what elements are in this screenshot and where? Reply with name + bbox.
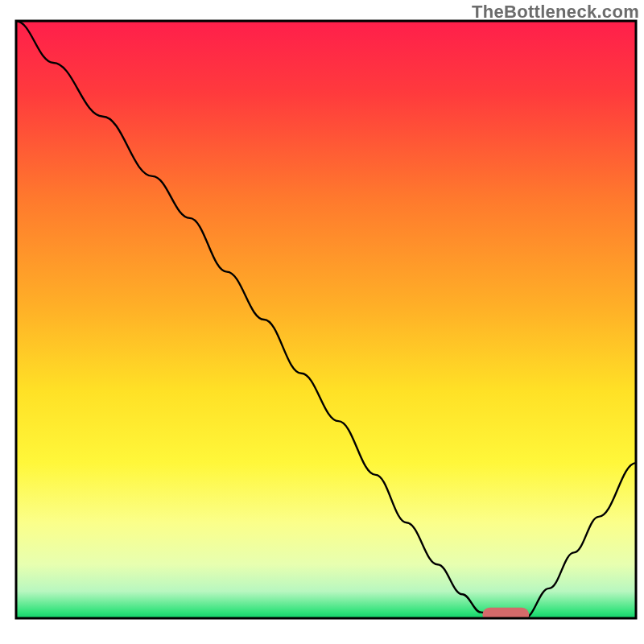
- optimal-range-marker: [482, 608, 529, 622]
- watermark-text: TheBottleneck.com: [472, 2, 639, 23]
- bottleneck-chart: [0, 0, 644, 644]
- gradient-background: [16, 21, 636, 618]
